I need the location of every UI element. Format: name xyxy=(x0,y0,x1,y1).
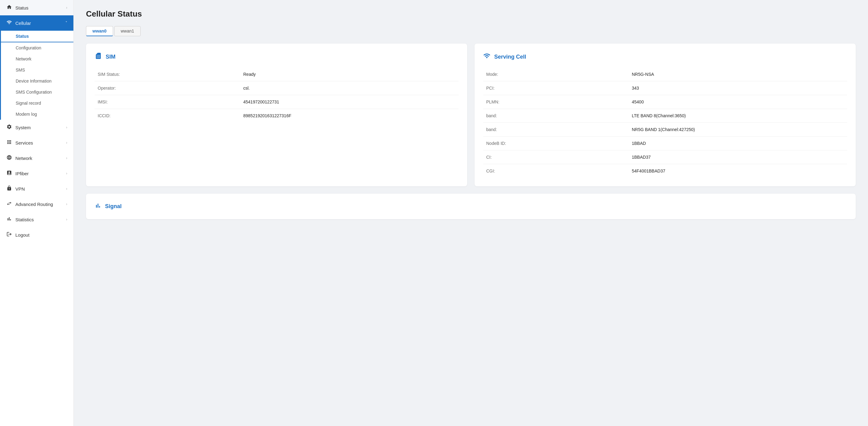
band-nr5g-label: band: xyxy=(483,123,629,137)
sidebar-network-label: Network xyxy=(16,156,32,161)
sidebar-cellular-label: Cellular xyxy=(16,21,31,26)
submenu-item-configuration[interactable]: Configuration xyxy=(1,42,73,54)
table-row: CI: 1BBAD37 xyxy=(483,151,847,164)
table-row: PLMN: 45400 xyxy=(483,95,847,109)
sidebar: Status › Cellular ˅ Status Configuration… xyxy=(0,0,74,426)
sidebar-item-network[interactable]: Network › xyxy=(0,151,73,166)
mode-value: NR5G-NSA xyxy=(629,68,847,81)
home-icon xyxy=(6,4,12,11)
signal-header: Signal xyxy=(95,202,847,210)
sim-info-table: SIM Status: Ready Operator: csl. IMSI: 4… xyxy=(95,68,459,123)
sidebar-item-ipfiber[interactable]: IPfiber › xyxy=(0,166,73,181)
sidebar-logout-label: Logout xyxy=(16,232,30,237)
tab-wwan0[interactable]: wwan0 xyxy=(86,26,113,36)
main-content: Cellular Status wwan0 wwan1 SIM SIM Stat… xyxy=(74,0,868,426)
chevron-right-icon: › xyxy=(66,5,67,10)
table-row: NodeB ID: 1BBAD xyxy=(483,137,847,151)
plmn-label: PLMN: xyxy=(483,95,629,109)
table-row: IMSI: 454197200122731 xyxy=(95,95,459,109)
signal-bar-icon xyxy=(95,202,101,210)
chevron-right-icon: › xyxy=(66,125,67,130)
submenu-item-modem-log[interactable]: Modem log xyxy=(1,109,73,120)
sidebar-item-status[interactable]: Status › xyxy=(0,0,73,15)
network-icon xyxy=(6,155,12,161)
iccid-label: ICCID: xyxy=(95,109,240,123)
imsi-value: 454197200122731 xyxy=(240,95,459,109)
submenu-item-device-information[interactable]: Device Information xyxy=(1,75,73,87)
ipfiber-icon xyxy=(6,170,12,177)
sidebar-item-services[interactable]: Services › xyxy=(0,135,73,151)
submenu-item-status[interactable]: Status xyxy=(1,31,73,42)
submenu-item-sms[interactable]: SMS xyxy=(1,64,73,75)
submenu-item-sms-configuration[interactable]: SMS Configuration xyxy=(1,87,73,98)
sidebar-item-system[interactable]: System › xyxy=(0,120,73,135)
sim-card-header: SIM xyxy=(95,52,459,61)
nodeb-id-label: NodeB ID: xyxy=(483,137,629,151)
vpn-icon xyxy=(6,185,12,192)
band-lte-label: band: xyxy=(483,109,629,123)
page-title: Cellular Status xyxy=(86,9,856,19)
sidebar-ipfiber-label: IPfiber xyxy=(16,171,29,176)
sim-icon xyxy=(95,52,102,61)
chevron-right-icon: › xyxy=(66,217,67,222)
pci-value: 343 xyxy=(629,81,847,95)
sidebar-item-cellular[interactable]: Cellular ˅ xyxy=(0,15,73,31)
table-row: PCI: 343 xyxy=(483,81,847,95)
operator-value: csl. xyxy=(240,81,459,95)
chevron-down-icon: ˅ xyxy=(65,21,67,25)
sidebar-advanced-routing-label: Advanced Routing xyxy=(16,202,53,207)
logout-icon xyxy=(6,231,12,238)
chevron-right-icon: › xyxy=(66,171,67,175)
table-row: SIM Status: Ready xyxy=(95,68,459,81)
chevron-right-icon: › xyxy=(66,187,67,191)
sidebar-item-statistics[interactable]: Statistics › xyxy=(0,212,73,227)
ci-value: 1BBAD37 xyxy=(629,151,847,164)
table-row: band: LTE BAND 8(Channel:3650) xyxy=(483,109,847,123)
cgi-value: 54F4001BBAD37 xyxy=(629,164,847,178)
sidebar-statistics-label: Statistics xyxy=(16,217,34,222)
sidebar-item-advanced-routing[interactable]: Advanced Routing › xyxy=(0,196,73,212)
sidebar-system-label: System xyxy=(16,125,31,130)
tab-wwan1[interactable]: wwan1 xyxy=(114,26,141,36)
band-lte-value: LTE BAND 8(Channel:3650) xyxy=(629,109,847,123)
sidebar-item-logout[interactable]: Logout xyxy=(0,227,73,242)
pci-label: PCI: xyxy=(483,81,629,95)
table-row: ICCID: 8985219201631227316F xyxy=(95,109,459,123)
signal-section-title: Signal xyxy=(105,203,122,209)
imsi-label: IMSI: xyxy=(95,95,240,109)
sim-card-title: SIM xyxy=(106,54,116,60)
cgi-label: CGI: xyxy=(483,164,629,178)
submenu-item-network[interactable]: Network xyxy=(1,54,73,64)
services-icon xyxy=(6,139,12,146)
iccid-value: 8985219201631227316F xyxy=(240,109,459,123)
chevron-right-icon: › xyxy=(66,202,67,206)
chevron-right-icon: › xyxy=(66,140,67,145)
signal-section: Signal xyxy=(86,194,856,219)
chevron-right-icon: › xyxy=(66,156,67,160)
routing-icon xyxy=(6,201,12,207)
info-cards-row: SIM SIM Status: Ready Operator: csl. IMS… xyxy=(86,43,856,186)
sim-status-value: Ready xyxy=(240,68,459,81)
sim-status-label: SIM Status: xyxy=(95,68,240,81)
cellular-submenu: Status Configuration Network SMS Device … xyxy=(0,31,73,120)
nodeb-id-value: 1BBAD xyxy=(629,137,847,151)
statistics-icon xyxy=(6,216,12,223)
serving-cell-header: Serving Cell xyxy=(483,52,847,61)
serving-cell-table: Mode: NR5G-NSA PCI: 343 PLMN: 45400 band… xyxy=(483,68,847,178)
plmn-value: 45400 xyxy=(629,95,847,109)
interface-tabs: wwan0 wwan1 xyxy=(86,26,856,36)
band-nr5g-value: NR5G BAND 1(Channel:427250) xyxy=(629,123,847,137)
sidebar-services-label: Services xyxy=(16,140,33,145)
sidebar-item-vpn[interactable]: VPN › xyxy=(0,181,73,196)
sidebar-status-label: Status xyxy=(16,5,29,10)
submenu-item-signal-record[interactable]: Signal record xyxy=(1,98,73,109)
table-row: band: NR5G BAND 1(Channel:427250) xyxy=(483,123,847,137)
sidebar-vpn-label: VPN xyxy=(16,186,25,192)
serving-cell-card: Serving Cell Mode: NR5G-NSA PCI: 343 PLM… xyxy=(474,43,856,186)
table-row: Mode: NR5G-NSA xyxy=(483,68,847,81)
antenna-icon xyxy=(483,52,491,61)
cellular-icon xyxy=(6,20,12,26)
table-row: Operator: csl. xyxy=(95,81,459,95)
serving-cell-title: Serving Cell xyxy=(494,54,526,60)
ci-label: CI: xyxy=(483,151,629,164)
